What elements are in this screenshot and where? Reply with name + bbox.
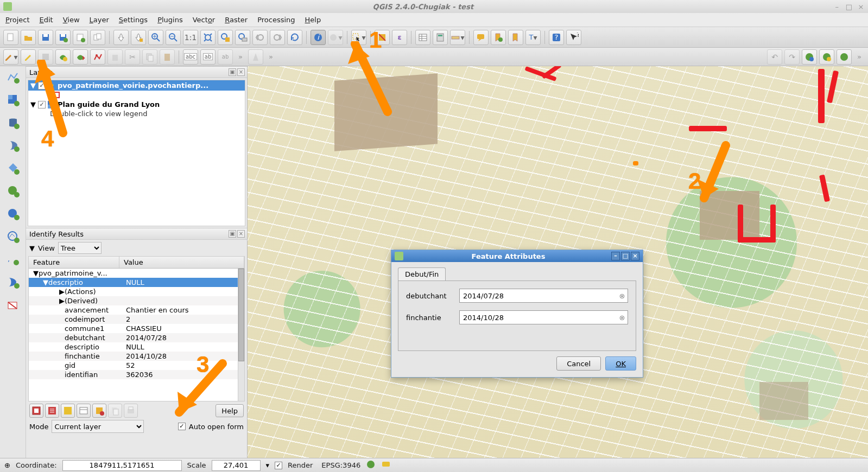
identify-button[interactable]: i — [311, 30, 326, 45]
add-delimited-button[interactable]: , — [5, 252, 21, 267]
undock-icon[interactable]: ▣ — [229, 230, 236, 238]
menu-help[interactable]: Help — [305, 16, 321, 24]
open-form-button[interactable] — [77, 404, 91, 418]
text-annotation-button[interactable]: T▾ — [525, 30, 541, 45]
new-project-button[interactable] — [3, 30, 18, 45]
dialog-close-icon[interactable]: × — [631, 252, 639, 260]
identify-row[interactable]: descriptioNULL — [29, 342, 244, 352]
add-spatialite-button[interactable] — [5, 138, 21, 153]
clear-results-button[interactable] — [92, 404, 106, 418]
label-tool1-button[interactable]: abc — [183, 49, 198, 65]
redo-button[interactable]: ↷ — [784, 49, 800, 65]
zoom-out-button[interactable] — [166, 30, 181, 45]
composer-manager-button[interactable] — [90, 30, 105, 45]
identify-mode-select[interactable]: Current layer — [52, 420, 144, 433]
node-tool-button[interactable] — [90, 49, 105, 65]
identify-row[interactable]: ▼pvo_patrimoine_v... — [29, 269, 244, 278]
bookmark-show-button[interactable] — [508, 30, 523, 45]
action-button[interactable]: ▾ — [328, 30, 343, 45]
menu-settings[interactable]: Settings — [119, 16, 148, 24]
auto-open-form-checkbox[interactable]: ✓ — [178, 423, 186, 430]
overflow-icon[interactable]: » — [238, 53, 243, 61]
menu-raster[interactable]: Raster — [225, 16, 248, 24]
add-wms-button[interactable] — [5, 183, 21, 199]
print-button[interactable] — [124, 404, 138, 418]
identify-row[interactable]: ▶(Derived) — [29, 296, 244, 305]
whatsthis-button[interactable]: ? — [566, 30, 581, 45]
overflow2-icon[interactable]: » — [269, 53, 273, 61]
delete-selected-button[interactable] — [107, 49, 123, 65]
scrollbar[interactable] — [238, 269, 244, 401]
view-mode-select[interactable]: Tree — [58, 242, 102, 254]
identify-row[interactable]: avancementChantier en cours — [29, 305, 244, 315]
expression-select-button[interactable]: ε — [392, 30, 407, 45]
field-calc-button[interactable] — [433, 30, 448, 45]
clear-icon[interactable]: ⊗ — [617, 292, 628, 300]
dialog-tab[interactable]: Debut/Fin — [398, 267, 446, 280]
identify-row[interactable]: commune1CHASSIEU — [29, 324, 244, 333]
expand-all-button[interactable] — [45, 404, 59, 418]
menu-layer[interactable]: Layer — [90, 16, 109, 24]
collapse-all-button[interactable] — [61, 404, 75, 418]
zoom-last-button[interactable] — [252, 30, 268, 45]
add-postgis-button[interactable] — [5, 115, 21, 130]
close-panel-icon[interactable]: × — [237, 230, 245, 238]
add-vector-button[interactable] — [5, 69, 21, 85]
save-project-button[interactable] — [38, 30, 53, 45]
refresh-button[interactable] — [287, 30, 302, 45]
coord-input[interactable] — [62, 460, 182, 471]
crs-label[interactable]: EPSG:3946 — [321, 461, 360, 469]
close-panel-icon[interactable]: × — [237, 68, 245, 76]
maximize-icon[interactable]: □ — [845, 3, 853, 11]
col-value[interactable]: Value — [119, 257, 244, 268]
close-icon[interactable]: × — [857, 3, 865, 11]
minimize-icon[interactable]: – — [833, 3, 841, 11]
field-debutchant-input[interactable] — [460, 289, 617, 302]
map-tips-button[interactable] — [473, 30, 489, 45]
copy-feature-button[interactable] — [108, 404, 122, 418]
pan-to-selection-button[interactable] — [131, 30, 146, 45]
measure-button[interactable]: ▾ — [450, 30, 465, 45]
scale-dropdown-icon[interactable]: ▾ — [266, 461, 270, 469]
zoom-in-button[interactable] — [148, 30, 163, 45]
add-mssql-button[interactable] — [5, 161, 21, 176]
collapse-icon[interactable]: ▼ — [29, 244, 35, 252]
add-wfs-button[interactable] — [5, 229, 21, 244]
label-tool2-button[interactable]: ab — [200, 49, 216, 65]
open-project-button[interactable] — [21, 30, 36, 45]
label-tool3-button[interactable]: ab — [218, 49, 233, 65]
identify-row[interactable]: debutchant2014/07/28 — [29, 333, 244, 342]
plugin2-button[interactable] — [819, 49, 834, 65]
help-button[interactable]: ? — [549, 30, 564, 45]
field-finchantie-input[interactable] — [460, 311, 617, 324]
overflow3-icon[interactable]: » — [857, 53, 861, 61]
plugin3-button[interactable] — [837, 49, 852, 65]
menu-plugins[interactable]: Plugins — [157, 16, 183, 24]
zoom-full-button[interactable] — [200, 30, 216, 45]
plugin1-button[interactable] — [802, 49, 817, 65]
identify-row[interactable]: codeimport2 — [29, 315, 244, 324]
clear-icon[interactable]: ⊗ — [617, 314, 628, 322]
menu-view[interactable]: View — [63, 16, 80, 24]
paste-button[interactable] — [160, 49, 175, 65]
zoom-layer-button[interactable] — [235, 30, 250, 45]
zoom-next-button[interactable] — [270, 30, 285, 45]
messages-icon[interactable] — [381, 460, 391, 471]
expand-new-button[interactable] — [29, 404, 43, 418]
add-wcs-button[interactable] — [5, 206, 21, 221]
dialog-titlebar[interactable]: Feature Attributes – □ × — [391, 250, 643, 262]
col-feature[interactable]: Feature — [29, 257, 119, 268]
scale-input[interactable] — [212, 460, 261, 471]
menu-processing[interactable]: Processing — [257, 16, 295, 24]
pan-button[interactable] — [113, 30, 129, 45]
undo-button[interactable]: ↶ — [767, 49, 782, 65]
identify-row[interactable]: ▶(Actions) — [29, 287, 244, 296]
identify-row[interactable]: ▼descriptioNULL — [29, 278, 244, 287]
move-feature-button[interactable] — [73, 49, 88, 65]
render-checkbox[interactable]: ✓ — [275, 462, 282, 469]
dialog-ok-button[interactable]: OK — [605, 356, 636, 371]
cut-button[interactable]: ✂ — [125, 49, 140, 65]
remove-layer-button[interactable] — [5, 297, 21, 312]
current-edits-button[interactable]: ▾ — [3, 49, 18, 65]
undock-icon[interactable]: ▣ — [229, 68, 236, 76]
